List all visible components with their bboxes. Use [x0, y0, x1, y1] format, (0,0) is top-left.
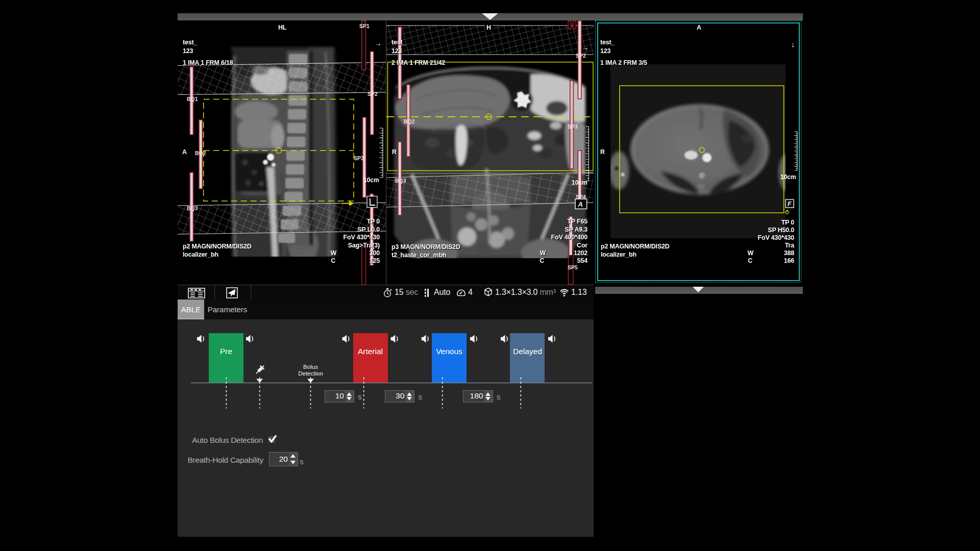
svg-text:BQ1: BQ1 — [187, 96, 198, 102]
svg-text:Bolus: Bolus — [303, 364, 318, 370]
svg-text:10cm: 10cm — [780, 173, 796, 181]
svg-text:SP3: SP3 — [354, 155, 364, 161]
svg-text:SP3: SP3 — [568, 123, 578, 130]
svg-text:10cm: 10cm — [363, 177, 379, 184]
svg-text:BQ3: BQ3 — [395, 178, 406, 184]
svg-text:SP5: SP5 — [568, 264, 578, 270]
svg-text:BQ3: BQ3 — [187, 205, 198, 211]
svg-text:SP1: SP1 — [359, 23, 370, 29]
svg-text:A: A — [578, 201, 583, 208]
svg-text:Detection: Detection — [298, 370, 323, 377]
svg-text:10cm: 10cm — [572, 179, 587, 186]
svg-text:SP2: SP2 — [368, 91, 378, 97]
svg-text:F: F — [788, 201, 792, 208]
svg-text:BQ2: BQ2 — [195, 150, 206, 156]
svg-text:SP2: SP2 — [576, 53, 586, 59]
svg-text:BQ2: BQ2 — [404, 118, 415, 124]
